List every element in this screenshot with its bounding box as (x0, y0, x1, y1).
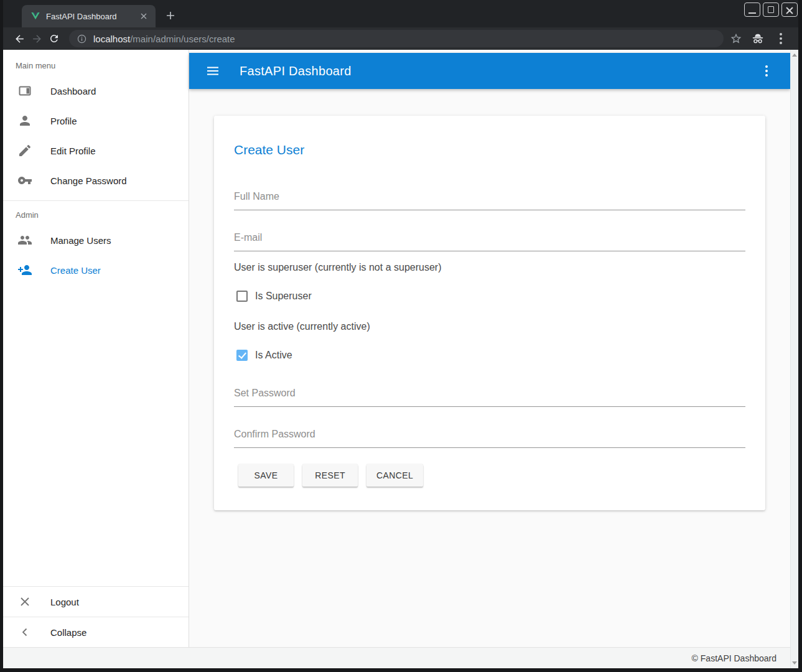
main-area: FastAPI Dashboard Create User User is su… (189, 50, 790, 647)
sidebar-item-create-user[interactable]: Create User (3, 255, 189, 285)
sidebar-item-label: Manage Users (50, 235, 111, 246)
set-password-input[interactable] (234, 388, 745, 407)
sidebar-item-collapse[interactable]: Collapse (3, 617, 189, 647)
url-host: localhost (93, 34, 130, 44)
tab-close-icon[interactable] (138, 11, 149, 22)
save-button[interactable]: SAVE (238, 464, 294, 487)
url-path: /main/admin/users/create (130, 34, 235, 44)
reload-icon[interactable] (45, 30, 63, 47)
set-password-field-wrap (234, 388, 745, 407)
sidebar-item-edit-profile[interactable]: Edit Profile (3, 136, 189, 166)
browser-tab[interactable]: FastAPI Dashboard (22, 5, 156, 27)
confirm-password-input[interactable] (234, 429, 745, 448)
chevron-left-icon (17, 625, 32, 640)
url-text[interactable]: localhost/main/admin/users/create (93, 34, 235, 44)
sidebar-bottom: Logout Collapse (3, 586, 189, 647)
email-field-wrap (234, 232, 745, 251)
info-icon[interactable] (77, 34, 87, 44)
logout-x-icon (17, 594, 32, 609)
sidebar: Main menu Dashboard Profile (3, 50, 189, 647)
page-viewport: Main menu Dashboard Profile (3, 50, 798, 668)
full-name-input[interactable] (234, 191, 745, 210)
forward-icon[interactable] (28, 30, 45, 47)
active-checkbox-row[interactable]: Is Active (236, 350, 745, 361)
sidebar-item-label: Profile (50, 116, 77, 126)
sidebar-item-change-password[interactable]: Change Password (3, 166, 189, 195)
sidebar-item-label: Dashboard (50, 86, 96, 96)
titlebar: FastAPI Dashboard (3, 0, 798, 27)
new-tab-icon[interactable] (162, 7, 179, 24)
reset-button[interactable]: RESET (302, 464, 358, 487)
hamburger-icon[interactable] (205, 63, 220, 78)
sidebar-item-manage-users[interactable]: Manage Users (3, 225, 189, 255)
sidebar-item-label: Create User (50, 265, 101, 276)
page-footer: © FastAPI Dashboard (3, 647, 798, 668)
close-icon[interactable] (781, 2, 798, 17)
superuser-checkbox[interactable] (236, 291, 248, 302)
url-bar[interactable]: localhost/main/admin/users/create (69, 30, 724, 47)
confirm-password-field-wrap (234, 429, 745, 448)
address-toolbar: localhost/main/admin/users/create (3, 27, 798, 50)
create-user-card: Create User User is superuser (currently… (214, 116, 765, 510)
superuser-checkbox-label: Is Superuser (255, 291, 312, 302)
app-bar: FastAPI Dashboard (189, 53, 790, 89)
people-icon (17, 233, 32, 248)
kebab-menu-icon[interactable] (759, 63, 774, 78)
superuser-checkbox-row[interactable]: Is Superuser (236, 291, 745, 302)
window-controls (744, 2, 798, 17)
cancel-button[interactable]: CANCEL (366, 464, 423, 487)
sidebar-item-label: Logout (50, 597, 79, 607)
sidebar-item-label: Collapse (50, 627, 86, 638)
scroll-down-icon[interactable] (792, 661, 797, 665)
email-input[interactable] (234, 232, 745, 251)
copyright-text: © FastAPI Dashboard (692, 653, 776, 663)
page-scrollbar[interactable] (790, 50, 798, 668)
active-checkbox-label: Is Active (255, 350, 292, 361)
back-icon[interactable] (11, 30, 28, 47)
scroll-up-icon[interactable] (792, 54, 797, 57)
sidebar-item-label: Edit Profile (50, 146, 96, 156)
toolbar-right (730, 31, 792, 46)
dashboard-icon (17, 83, 32, 98)
sidebar-section-admin: Admin (16, 210, 189, 220)
page-title: Create User (234, 142, 745, 157)
minimize-icon[interactable] (744, 2, 760, 17)
sidebar-item-profile[interactable]: Profile (3, 106, 189, 136)
vue-logo-icon (30, 11, 40, 21)
page-content: Create User User is superuser (currently… (189, 89, 790, 647)
browser-window: FastAPI Dashboard (0, 0, 802, 672)
sidebar-divider (3, 200, 189, 201)
pencil-icon (17, 143, 32, 158)
active-hint: User is active (currently active) (234, 320, 745, 332)
tab-title: FastAPI Dashboard (46, 12, 138, 21)
superuser-hint: User is superuser (currently is not a su… (234, 261, 745, 273)
sidebar-item-dashboard[interactable]: Dashboard (3, 76, 189, 106)
key-icon (17, 173, 32, 188)
maximize-icon[interactable] (763, 2, 779, 17)
sidebar-section-main-menu: Main menu (16, 61, 189, 70)
full-name-field-wrap (234, 191, 745, 210)
app-title: FastAPI Dashboard (240, 64, 759, 78)
incognito-icon (751, 32, 765, 45)
sidebar-item-logout[interactable]: Logout (3, 587, 189, 617)
person-icon (17, 113, 32, 128)
person-add-icon (17, 263, 32, 278)
star-icon[interactable] (730, 32, 742, 45)
active-checkbox[interactable] (236, 350, 248, 361)
form-buttons: SAVE RESET CANCEL (238, 464, 745, 487)
sidebar-item-label: Change Password (50, 175, 127, 186)
browser-menu-icon[interactable] (773, 31, 788, 46)
